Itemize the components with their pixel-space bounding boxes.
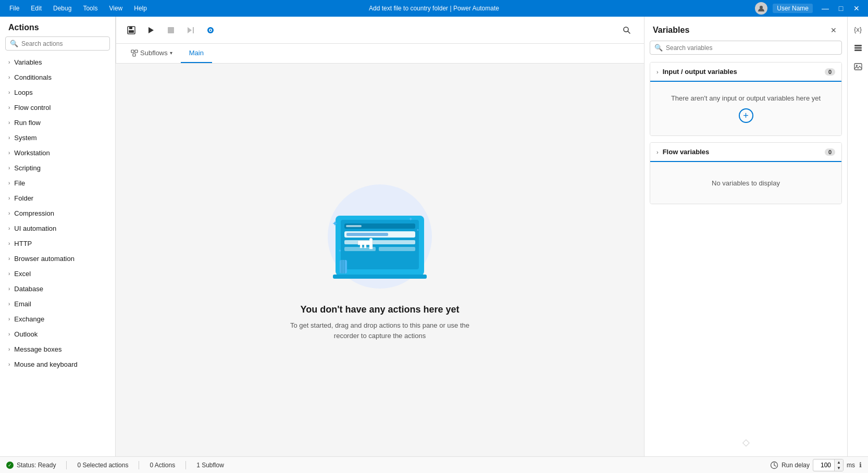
input-output-body: There aren't any input or output variabl…	[650, 82, 841, 135]
svg-rect-14	[135, 50, 138, 53]
flow-variables-empty-text: No variables to display	[712, 179, 780, 187]
menu-view[interactable]: View	[104, 3, 128, 14]
search-icon: 🔍	[654, 44, 663, 52]
run-button[interactable]	[142, 21, 160, 39]
search-input[interactable]	[21, 40, 105, 47]
action-database[interactable]: › Database	[0, 281, 115, 296]
diamond-icon: ◇	[742, 437, 750, 448]
svg-rect-33	[340, 260, 347, 273]
svg-rect-13	[131, 50, 134, 53]
menu-tools[interactable]: Tools	[78, 3, 103, 14]
svg-text:✦: ✦	[338, 248, 342, 253]
chevron-down-icon: ▾	[170, 50, 172, 56]
spinner-up-button[interactable]: ▲	[835, 459, 843, 465]
run-delay-label: Run delay	[782, 462, 810, 469]
action-variables[interactable]: › Variables	[0, 55, 115, 70]
action-folder[interactable]: › Folder	[0, 191, 115, 206]
info-icon[interactable]: ℹ	[859, 461, 862, 469]
braces-button[interactable]: {x}	[850, 21, 866, 38]
run-delay-value[interactable]	[813, 460, 834, 470]
variables-search-input[interactable]	[666, 44, 837, 52]
menu-help[interactable]: Help	[129, 3, 152, 14]
layers-button[interactable]	[850, 40, 866, 56]
run-delay-group: Run delay ▲ ▼ ms ℹ	[770, 459, 862, 471]
run-delay-spinner: ▲ ▼	[834, 459, 843, 471]
chevron-right-icon: ›	[8, 180, 10, 186]
run-delay-input[interactable]: ▲ ▼	[813, 459, 844, 471]
input-output-empty-text: There aren't any input or output variabl…	[671, 94, 821, 102]
svg-rect-26	[379, 247, 415, 251]
chevron-right-icon: ›	[8, 362, 10, 367]
chevron-right-icon: ›	[8, 241, 10, 246]
action-file[interactable]: › File	[0, 176, 115, 191]
search-icon: 🔍	[10, 40, 18, 47]
run-delay-unit: ms	[847, 462, 855, 469]
action-browser-automation[interactable]: › Browser automation	[0, 251, 115, 266]
svg-text:✦: ✦	[332, 219, 338, 228]
canvas-area: ✦ ✦ ✦ ✦ You don't have any actions here …	[116, 64, 644, 456]
status-indicator	[6, 462, 14, 469]
svg-rect-3	[129, 30, 134, 33]
action-message-boxes[interactable]: › Message boxes	[0, 342, 115, 357]
action-compression[interactable]: › Compression	[0, 206, 115, 221]
action-exchange[interactable]: › Exchange	[0, 312, 115, 327]
action-workstation[interactable]: › Workstation	[0, 145, 115, 160]
flow-variables-title: Flow variables	[663, 148, 825, 156]
empty-subtitle: To get started, drag and drop actions to…	[281, 320, 479, 341]
app-title: Add text file to country folder | Power …	[369, 5, 499, 12]
chevron-right-icon: ›	[8, 316, 10, 322]
chevron-right-icon: ›	[8, 301, 10, 307]
svg-rect-32	[333, 275, 427, 279]
action-flow-control[interactable]: › Flow control	[0, 100, 115, 115]
action-system[interactable]: › System	[0, 130, 115, 145]
tabs-bar: Subflows ▾ Main	[116, 44, 644, 64]
minimize-button[interactable]: —	[818, 1, 833, 16]
maximize-button[interactable]: □	[834, 1, 848, 16]
action-run-flow[interactable]: › Run flow	[0, 115, 115, 130]
action-ui-automation[interactable]: › UI automation	[0, 221, 115, 236]
action-email[interactable]: › Email	[0, 296, 115, 312]
actions-panel-header: Actions	[0, 17, 115, 36]
image-button[interactable]	[850, 58, 866, 75]
action-loops[interactable]: › Loops	[0, 85, 115, 100]
action-scripting[interactable]: › Scripting	[0, 160, 115, 176]
action-conditionals[interactable]: › Conditionals	[0, 70, 115, 85]
menu-edit[interactable]: Edit	[26, 3, 47, 14]
tab-main[interactable]: Main	[181, 44, 212, 63]
input-output-section-header[interactable]: › Input / output variables 0	[650, 63, 841, 82]
action-http[interactable]: › HTTP	[0, 236, 115, 251]
window-controls: User Name — □ ✕	[755, 1, 864, 16]
toolbar	[116, 17, 644, 44]
canvas-wrapper: Subflows ▾ Main	[116, 17, 644, 456]
input-output-variables-section: › Input / output variables 0 There aren'…	[650, 62, 842, 136]
save-button[interactable]	[122, 21, 140, 39]
action-outlook[interactable]: › Outlook	[0, 327, 115, 342]
chevron-down-icon: ›	[656, 149, 659, 155]
variables-close-button[interactable]: ✕	[828, 24, 839, 36]
variables-title: Variables	[653, 26, 689, 35]
action-excel[interactable]: › Excel	[0, 266, 115, 281]
svg-rect-5	[168, 27, 174, 33]
variables-search-box[interactable]: 🔍	[650, 41, 842, 55]
svg-rect-40	[854, 49, 862, 51]
actions-list: › Variables › Conditionals › Loops › Flo…	[0, 55, 115, 456]
action-mouse-keyboard[interactable]: › Mouse and keyboard	[0, 357, 115, 372]
status-label: Status: Ready	[17, 462, 56, 469]
username-display: User Name	[773, 4, 813, 13]
tab-subflows[interactable]: Subflows ▾	[122, 44, 181, 63]
flow-variables-section-header[interactable]: › Flow variables 0	[650, 143, 841, 162]
svg-rect-7	[193, 27, 194, 33]
next-step-button[interactable]	[182, 21, 200, 39]
add-variable-button[interactable]: +	[739, 108, 753, 123]
chevron-right-icon: ›	[8, 120, 10, 126]
flow-variables-section: › Flow variables 0 No variables to displ…	[650, 142, 842, 204]
search-button[interactable]	[618, 21, 636, 39]
stop-button[interactable]	[162, 21, 180, 39]
spinner-down-button[interactable]: ▼	[835, 465, 843, 471]
menu-debug[interactable]: Debug	[48, 3, 77, 14]
chevron-right-icon: ›	[8, 59, 10, 65]
actions-search-box[interactable]: 🔍	[5, 36, 110, 51]
menu-file[interactable]: File	[4, 3, 24, 14]
record-button[interactable]	[202, 21, 219, 39]
close-button[interactable]: ✕	[849, 1, 864, 16]
